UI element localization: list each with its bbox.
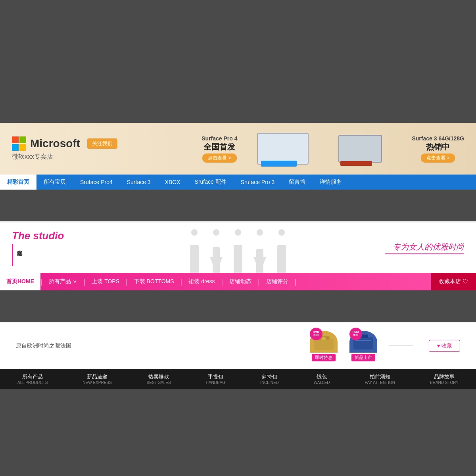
- bn-best-sales[interactable]: 热卖爆款 BEST SALES: [147, 373, 171, 385]
- tagline-underline: [385, 253, 464, 254]
- s3-subtitle: 热销中: [426, 142, 450, 152]
- sp4-title: Surface Pro 4: [202, 135, 237, 142]
- ms-nav-s3[interactable]: Surface 3: [120, 175, 158, 190]
- ms-logo-red: [12, 136, 19, 143]
- fn-store-rating[interactable]: 店铺评分: [260, 273, 295, 290]
- s3-title: Surface 3 64G/128G: [412, 135, 464, 142]
- bn-new-express[interactable]: 新品速递 NEW EXPRESS: [83, 373, 111, 385]
- ms-left-section: Microsoft 关注我们 微软xxx专卖店: [12, 136, 131, 161]
- surface-pro4-product: Surface Pro 4 全国首发 点击查看 >: [202, 135, 237, 163]
- product-card-1: RMB 219 即时特惠: [310, 331, 338, 361]
- bn-inclined[interactable]: 斜挎包 INCLINED: [260, 373, 279, 385]
- silhouette-2: [205, 229, 227, 273]
- fn-home[interactable]: 首页HOME: [0, 273, 40, 290]
- ms-nav-all[interactable]: 所有宝贝: [36, 175, 73, 190]
- fn-dress[interactable]: 裙装 dress: [182, 273, 221, 290]
- shop-left: 原自欧洲时尚之都法国: [16, 342, 310, 349]
- svg-rect-0: [314, 339, 334, 350]
- fashion-nav: 首页HOME | 所有产品 ∨ | 上装 TOPS | 下装 BOTTOMS |…: [0, 273, 476, 290]
- fn-bottoms[interactable]: 下装 BOTTOMS: [128, 273, 180, 290]
- fashion-banner: The studio 欢迎光临 专: [0, 221, 476, 273]
- ms-nav-details[interactable]: 详情服务: [313, 175, 349, 190]
- product-card-2: RMB 999 新品上市: [349, 331, 377, 361]
- dark-separator-2: [0, 290, 476, 322]
- price-badge-2: RMB 999: [349, 328, 362, 340]
- ms-nav-sp4[interactable]: Sruface Pro4: [73, 175, 120, 190]
- surface3-image: [332, 131, 396, 167]
- ms-products-section: Surface Pro 4 全国首发 点击查看 > Surface 3 64G/…: [202, 131, 464, 167]
- surface-pro4-image: [253, 131, 317, 167]
- collect-button[interactable]: ♥ 收藏: [429, 340, 460, 352]
- shop-tagline: 原自欧洲时尚之都法国: [16, 342, 310, 349]
- sp4-subtitle: 全国首发: [203, 142, 235, 152]
- surface3-product: Surface 3 64G/128G 热销中 点击查看 >: [412, 135, 464, 163]
- fn-all-products[interactable]: 所有产品 ∨: [42, 273, 84, 290]
- fashion-banner-right: 专为女人的优雅时尚: [353, 242, 464, 254]
- follow-button[interactable]: 关注我们: [87, 138, 117, 149]
- shop-products: RMB 219 即时特惠 RMB 999: [310, 331, 413, 361]
- price-badge-1: RMB 219: [310, 328, 322, 340]
- fashion-silhouettes: [123, 223, 353, 273]
- svg-point-2: [321, 337, 326, 340]
- bottom-nav: 所有产品 ALL PRODUCTS 新品速递 NEW EXPRESS 热卖爆款 …: [0, 369, 476, 389]
- vertical-bar: [12, 244, 13, 266]
- fn-collect[interactable]: 收藏本店 ♡: [431, 273, 476, 290]
- ms-logo-blue: [12, 144, 19, 151]
- microsoft-logo: [12, 136, 26, 151]
- silhouette-5: [271, 229, 293, 273]
- ms-nav-home[interactable]: 精彩首页: [0, 175, 36, 190]
- ms-nav-accessories[interactable]: Sruface 配件: [188, 175, 234, 190]
- studio-title: The studio: [12, 230, 123, 242]
- fashion-tagline: 专为女人的优雅时尚: [353, 242, 464, 252]
- dark-separator-1: [0, 190, 476, 221]
- bn-wallet[interactable]: 钱包 WALLED: [314, 373, 330, 385]
- ms-nav-xbox[interactable]: XBOX: [158, 175, 188, 190]
- dark-top-section: [0, 0, 476, 123]
- fn-tops[interactable]: 上装 TOPS: [85, 273, 126, 290]
- sp4-keyboard: [261, 161, 297, 167]
- microsoft-banner: Microsoft 关注我们 微软xxx专卖店 Surface Pro 4 全国…: [0, 123, 476, 175]
- sp4-screen: [257, 133, 309, 165]
- ms-nav-messages[interactable]: 留言墙: [282, 175, 313, 190]
- bn-brand-story[interactable]: 品牌故事 BRAND STORY: [430, 373, 459, 385]
- bn-pay-attention[interactable]: 拍前须知 PAY ATTENTION: [365, 373, 395, 385]
- product-label-2: 新品上市: [351, 354, 375, 361]
- bn-handbag[interactable]: 手提包 HANDBAG: [206, 373, 225, 385]
- sp4-btn[interactable]: 点击查看 >: [202, 154, 236, 163]
- store-name: 微软xxx专卖店: [12, 153, 53, 161]
- silhouette-4: [249, 229, 271, 273]
- s3-keyboard: [340, 161, 372, 166]
- s3-btn[interactable]: 点击查看 >: [421, 154, 455, 163]
- ms-logo-yellow: [19, 144, 26, 151]
- shop-section: 原自欧洲时尚之都法国 RMB 219 即时特惠 RMB 999: [0, 322, 476, 369]
- ms-logo-green: [19, 136, 26, 143]
- divider-line: [389, 345, 413, 346]
- bn-all-products[interactable]: 所有产品 ALL PRODUCTS: [17, 373, 48, 385]
- microsoft-brand-text: Microsoft: [30, 137, 80, 150]
- s3-screen: [338, 135, 382, 163]
- fashion-banner-left: The studio 欢迎光临: [12, 230, 123, 266]
- silhouette-1: [184, 229, 205, 273]
- microsoft-nav: 精彩首页 所有宝贝 Sruface Pro4 Surface 3 XBOX Sr…: [0, 175, 476, 190]
- ms-nav-sp3[interactable]: Sruface Pro 3: [234, 175, 282, 190]
- silhouette-3: [227, 229, 249, 273]
- product-label-1: 即时特惠: [312, 354, 336, 361]
- shop-right: ♥ 收藏: [429, 340, 460, 352]
- fn-store-news[interactable]: 店铺动态: [223, 273, 258, 290]
